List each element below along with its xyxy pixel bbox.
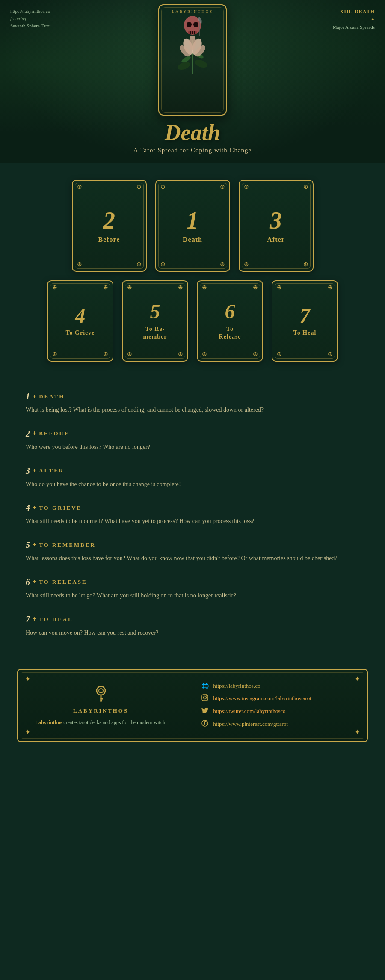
- corner-tl: ⊕: [127, 285, 132, 291]
- corner-bl: ⊕: [127, 351, 132, 357]
- card-label-remember: To Re-member: [143, 325, 167, 341]
- corner-br: ⊕: [328, 351, 333, 357]
- desc-item-4: 4 + TO GRIEVE What still needs to be mou…: [26, 503, 359, 526]
- corner-tl: ⊕: [160, 184, 166, 190]
- spread-type: Major Arcana Spreads: [333, 24, 375, 31]
- footer-divider: [184, 688, 184, 722]
- pinterest-icon: [201, 720, 209, 728]
- instagram-svg: [201, 694, 208, 701]
- card-label-before: Before: [98, 236, 120, 244]
- corner-tl: ⊕: [77, 184, 82, 190]
- key-svg: [94, 685, 108, 702]
- corner-tl: ⊕: [277, 285, 282, 291]
- desc-num-3: 3: [26, 466, 30, 476]
- footer-link-website: 🌐 https://labyrinthos.co: [201, 683, 350, 690]
- spread-card-7: ⊕ ⊕ ⊕ ⊕ 7 To Heal: [272, 280, 338, 362]
- footer-description: Labyrinthos creates tarot decks and apps…: [35, 719, 166, 726]
- globe-icon: 🌐: [201, 683, 209, 690]
- footer-brand-name: LABYRINTHOS: [73, 707, 128, 714]
- desc-title-2: BEFORE: [39, 430, 69, 437]
- spread-card-5: ⊕ ⊕ ⊕ ⊕ 5 To Re-member: [122, 280, 188, 362]
- corner-tr: ⊕: [220, 184, 225, 190]
- desc-item-7: 7 + TO HEAL How can you move on? How can…: [26, 615, 359, 638]
- footer-corner-br: ✦: [355, 728, 360, 736]
- desc-item-1: 1 + DEATH What is being lost? What is th…: [26, 392, 359, 415]
- corner-bl: ⊕: [160, 261, 166, 267]
- svg-point-24: [204, 696, 207, 699]
- corner-br: ⊕: [136, 261, 142, 267]
- corner-bl: ⊕: [202, 351, 207, 357]
- footer-corner-tl: ✦: [25, 675, 30, 683]
- corner-tr: ⊕: [136, 184, 142, 190]
- top-right-info: XIII. DEATH ✦ Major Arcana Spreads: [333, 8, 375, 31]
- card-number-6: 6: [225, 301, 235, 322]
- svg-rect-23: [202, 695, 208, 701]
- svg-rect-22: [100, 700, 102, 701]
- spread-card-4: ⊕ ⊕ ⊕ ⊕ 4 To Grieve: [47, 280, 113, 362]
- desc-item-2: 2 + BEFORE Who were you before this loss…: [26, 429, 359, 452]
- svg-point-18: [97, 686, 105, 695]
- desc-header-6: 6 + TO RELEASE: [26, 577, 359, 587]
- desc-text-7: How can you move on? How can you rest an…: [26, 628, 359, 638]
- desc-title-3: AFTER: [39, 467, 64, 474]
- svg-point-25: [206, 695, 207, 696]
- footer-twitter-text: https://twitter.com/labyrinthosco: [213, 708, 285, 715]
- corner-br: ⊕: [220, 261, 225, 267]
- card-number-5: 5: [150, 301, 160, 322]
- desc-title-1: DEATH: [39, 393, 65, 400]
- desc-plus-7: +: [33, 615, 36, 623]
- svg-point-19: [99, 689, 103, 693]
- corner-br: ⊕: [253, 351, 258, 357]
- corner-bl: ⊕: [52, 351, 57, 357]
- desc-item-5: 5 + TO REMEMBER What lessons does this l…: [26, 540, 359, 564]
- corner-bl: ⊕: [244, 261, 249, 267]
- featuring-label: featuring: [10, 15, 50, 22]
- desc-item-6: 6 + TO RELEASE What still needs to be le…: [26, 577, 359, 601]
- desc-text-6: What still needs to be let go? What are …: [26, 591, 359, 601]
- desc-header-7: 7 + TO HEAL: [26, 615, 359, 624]
- desc-text-3: Who do you have the chance to be once th…: [26, 479, 359, 490]
- cards-section: ⊕ ⊕ ⊕ ⊕ 2 Before ⊕ ⊕ ⊕ ⊕ 1 Death ⊕ ⊕ ⊕ ⊕…: [0, 163, 385, 379]
- desc-title-4: TO GRIEVE: [39, 505, 82, 511]
- twitter-icon: [201, 707, 209, 716]
- desc-num-4: 4: [26, 503, 30, 513]
- footer-url-text: https://labyrinthos.co: [213, 683, 260, 689]
- desc-header-1: 1 + DEATH: [26, 392, 359, 401]
- desc-title-7: TO HEAL: [39, 616, 73, 623]
- desc-header-2: 2 + BEFORE: [26, 429, 359, 439]
- desc-text-5: What lessons does this loss have for you…: [26, 553, 359, 564]
- corner-br: ⊕: [103, 351, 108, 357]
- desc-num-6: 6: [26, 577, 30, 587]
- corner-tl: ⊕: [52, 285, 57, 291]
- cards-row-1: ⊕ ⊕ ⊕ ⊕ 2 Before ⊕ ⊕ ⊕ ⊕ 1 Death ⊕ ⊕ ⊕ ⊕…: [21, 180, 364, 272]
- corner-bl: ⊕: [77, 261, 82, 267]
- desc-title-5: TO REMEMBER: [39, 542, 96, 549]
- desc-num-2: 2: [26, 429, 30, 439]
- svg-point-17: [194, 58, 208, 69]
- hero-section: https://labyrinthos.co featuring Seventh…: [0, 0, 385, 163]
- card-number-4: 4: [75, 306, 86, 326]
- corner-tl: ⊕: [244, 184, 249, 190]
- footer-links: 🌐 https://labyrinthos.co https://www.ins…: [201, 683, 350, 728]
- card-label-heal: To Heal: [293, 330, 317, 336]
- desc-plus-2: +: [33, 430, 36, 437]
- desc-num-5: 5: [26, 540, 30, 550]
- spread-card-6: ⊕ ⊕ ⊕ ⊕ 6 ToRelease: [197, 280, 263, 362]
- corner-tr: ⊕: [253, 285, 258, 291]
- deck-name: Seventh Sphere Tarot: [10, 22, 50, 30]
- footer-corner-tr: ✦: [355, 675, 360, 683]
- card-number-3: 3: [270, 208, 282, 232]
- top-left-info: https://labyrinthos.co featuring Seventh…: [10, 8, 50, 30]
- spread-card-2: ⊕ ⊕ ⊕ ⊕ 2 Before: [72, 180, 147, 272]
- corner-tr: ⊕: [103, 285, 108, 291]
- cards-row-2: ⊕ ⊕ ⊕ ⊕ 4 To Grieve ⊕ ⊕ ⊕ ⊕ 5 To Re-memb…: [21, 280, 364, 362]
- hero-title: Death: [165, 120, 220, 145]
- pinterest-svg: [201, 720, 208, 727]
- descriptions-section: 1 + DEATH What is being lost? What is th…: [0, 379, 385, 660]
- desc-plus-4: +: [33, 504, 36, 512]
- desc-plus-6: +: [33, 578, 36, 586]
- desc-num-7: 7: [26, 615, 30, 624]
- site-url: https://labyrinthos.co: [10, 8, 50, 15]
- desc-title-6: TO RELEASE: [39, 579, 87, 585]
- desc-header-5: 5 + TO REMEMBER: [26, 540, 359, 550]
